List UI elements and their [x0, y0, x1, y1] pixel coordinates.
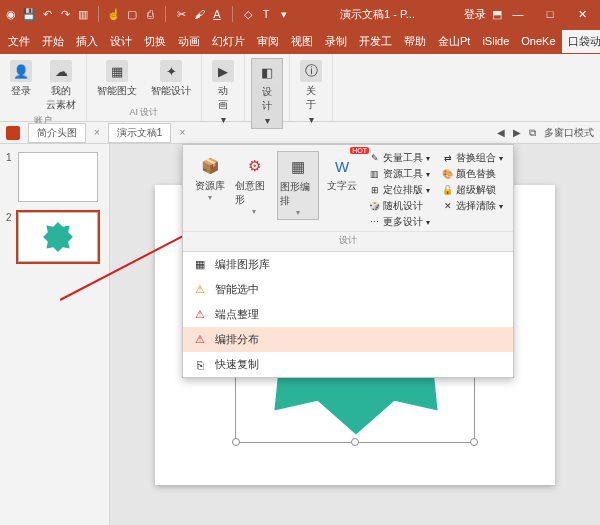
start-icon[interactable]: ▥ [76, 7, 90, 21]
close-button[interactable]: ✕ [568, 4, 596, 24]
user-icon: 👤 [10, 60, 32, 82]
more-icon[interactable]: ▾ [277, 7, 291, 21]
tab-transition[interactable]: 切换 [138, 30, 172, 53]
wordcloud-label: 文字云 [327, 179, 357, 193]
powerpoint-icon [6, 126, 20, 140]
ribbon-group-design: ◧设 计▾ [245, 54, 290, 121]
warn-icon: ⚠ [193, 333, 207, 346]
text-icon[interactable]: T [259, 7, 273, 21]
palette-icon: 🎨 [442, 169, 453, 180]
account-area: 登录 ⬒ [464, 7, 504, 22]
tab-developer[interactable]: 开发工 [353, 30, 398, 53]
new-icon[interactable]: ▢ [125, 7, 139, 21]
autosave-icon[interactable]: ◉ [4, 7, 18, 21]
design-icon: ◧ [256, 61, 278, 83]
select-clear[interactable]: ✕选择清除▾ [442, 199, 507, 213]
wordcloud-btn[interactable]: WHOT文字云 [321, 151, 363, 195]
ribbon: 👤登录 ☁我的 云素材 账户 ▦智能图文 ✦智能设计 AI 设计 ▶动 画▾ ◧… [0, 54, 600, 122]
maximize-button[interactable]: □ [536, 4, 564, 24]
creative-shape-label: 创意图形 [235, 179, 273, 207]
window-title: 演示文稿1 - P... [291, 7, 464, 22]
doc-tab-1[interactable]: 简介头图 [28, 123, 86, 143]
smart-graphic-label: 智能图文 [97, 84, 137, 98]
slide-thumb-1[interactable] [18, 152, 98, 202]
creative-shape-btn[interactable]: ⚙创意图形▾ [233, 151, 275, 218]
tab-animation[interactable]: 动画 [172, 30, 206, 53]
thumb-item[interactable]: 2 [6, 212, 103, 262]
design-popover: 📦资源库▾ ⚙创意图形▾ ▦图形编排▾ WHOT文字云 ✎矢量工具▾ ⇄替换组合… [182, 144, 514, 378]
menu-arrange-library[interactable]: ▦编排图形库 [183, 252, 513, 277]
tab-onekey[interactable]: OneKe [515, 31, 561, 51]
tab-home[interactable]: 开始 [36, 30, 70, 53]
tab-review[interactable]: 审阅 [251, 30, 285, 53]
replace-group[interactable]: ⇄替换组合▾ [442, 151, 507, 165]
touch-icon[interactable]: ☝ [107, 7, 121, 21]
anim-btn[interactable]: ▶动 画▾ [208, 58, 238, 127]
vector-tool[interactable]: ✎矢量工具▾ [369, 151, 434, 165]
close-icon[interactable]: × [179, 127, 185, 138]
multi-window-btn[interactable]: 多窗口模式 [544, 126, 594, 140]
tab-insert[interactable]: 插入 [70, 30, 104, 53]
unlock-icon: 🔓 [442, 185, 453, 196]
slide-thumb-2[interactable] [18, 212, 98, 262]
position-layout[interactable]: ⊞定位排版▾ [369, 183, 434, 197]
nav-left-icon[interactable]: ◀ [497, 127, 505, 138]
shape-icon [41, 220, 75, 254]
menu-arrange-distribute[interactable]: ⚠编排分布 [183, 327, 513, 352]
copy-icon: ⎘ [193, 359, 207, 371]
clear-icon: ✕ [442, 201, 453, 212]
font-color-icon[interactable]: A [210, 7, 224, 21]
tab-slideshow[interactable]: 幻灯片 [206, 30, 251, 53]
super-unlock[interactable]: 🔓超级解锁 [442, 183, 507, 197]
slide-number: 2 [6, 212, 14, 262]
thumb-item[interactable]: 1 [6, 152, 103, 202]
shape-arrange-btn[interactable]: ▦图形编排▾ [277, 151, 319, 220]
login-button[interactable]: 登录 [464, 7, 486, 22]
nav-right-icon[interactable]: ▶ [513, 127, 521, 138]
undo-icon[interactable]: ↶ [40, 7, 54, 21]
tab-record[interactable]: 录制 [319, 30, 353, 53]
cloud-icon: ☁ [50, 60, 72, 82]
tab-wps[interactable]: 金山Pt [432, 30, 476, 53]
resource-lib-btn[interactable]: 📦资源库▾ [189, 151, 231, 204]
tab-pocket-active[interactable]: 口袋动 [562, 30, 600, 53]
shape-icon[interactable]: ◇ [241, 7, 255, 21]
popover-caption: 设计 [183, 231, 513, 251]
separator [98, 6, 99, 22]
doc-tab-2[interactable]: 演示文稿1 [108, 123, 172, 143]
tab-help[interactable]: 帮助 [398, 30, 432, 53]
menu-endpoint-tidy[interactable]: ⚠端点整理 [183, 302, 513, 327]
slide-number: 1 [6, 152, 14, 202]
redo-icon[interactable]: ↷ [58, 7, 72, 21]
tab-design[interactable]: 设计 [104, 30, 138, 53]
vector-icon: ✎ [369, 153, 380, 164]
close-icon[interactable]: × [94, 127, 100, 138]
menu-quick-copy[interactable]: ⎘快速复制 [183, 352, 513, 377]
chevron-down-icon: ▾ [252, 207, 256, 216]
cut-icon[interactable]: ✂ [174, 7, 188, 21]
more-design[interactable]: ⋯更多设计▾ [369, 215, 434, 229]
anim-label: 动 画 [218, 84, 228, 112]
about-btn[interactable]: ⓘ关 于▾ [296, 58, 326, 127]
save-icon[interactable]: 💾 [22, 7, 36, 21]
random-design[interactable]: 🎲随机设计 [369, 199, 434, 213]
menu-smart-select[interactable]: ⚠智能选中 [183, 277, 513, 302]
smart-graphic-btn[interactable]: ▦智能图文 [93, 58, 141, 100]
tab-islide[interactable]: iSlide [476, 31, 515, 51]
minimize-button[interactable]: — [504, 4, 532, 24]
cloud-assets-btn[interactable]: ☁我的 云素材 [42, 58, 80, 114]
replace-icon: ⇄ [442, 153, 453, 164]
paint-icon[interactable]: 🖌 [192, 7, 206, 21]
tab-view[interactable]: 视图 [285, 30, 319, 53]
login-btn[interactable]: 👤登录 [6, 58, 36, 114]
ribbon-group-about: ⓘ关 于▾ [290, 54, 333, 121]
smart-design-btn[interactable]: ✦智能设计 [147, 58, 195, 100]
color-replace[interactable]: 🎨颜色替换 [442, 167, 507, 181]
anim-icon: ▶ [212, 60, 234, 82]
design-btn[interactable]: ◧设 计▾ [251, 58, 283, 129]
ribbon-opts-icon[interactable]: ⬒ [490, 7, 504, 21]
tab-file[interactable]: 文件 [2, 30, 36, 53]
resource-lib-label: 资源库 [195, 179, 225, 193]
resource-tool[interactable]: ▥资源工具▾ [369, 167, 434, 181]
print-icon[interactable]: ⎙ [143, 7, 157, 21]
